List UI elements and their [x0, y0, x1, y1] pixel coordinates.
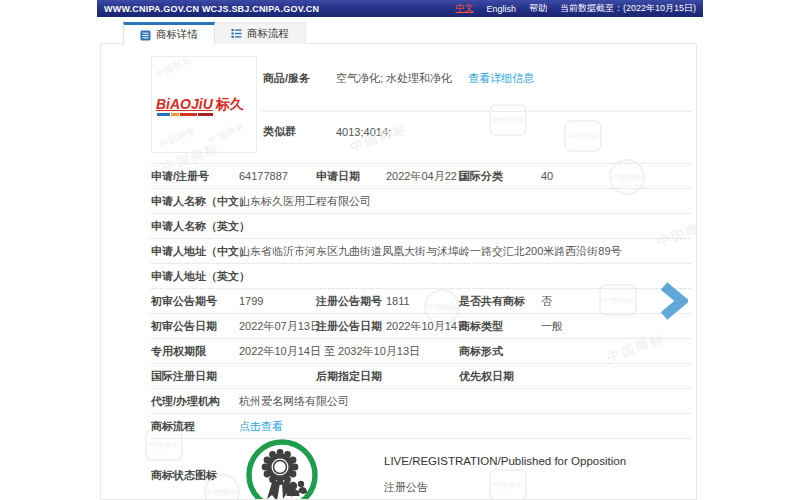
trademark-type-label: 商标类型: [459, 319, 541, 334]
table-row: 申请/注册号 64177887 申请日期 2022年04月22日 国际分类 40: [151, 164, 691, 189]
tab-trademark-detail[interactable]: 商标详情: [123, 22, 215, 45]
help-link[interactable]: 帮助: [529, 2, 547, 15]
table-row: 初审公告日期 2022年07月13日 注册公告日期 2022年10月14日 商标…: [151, 314, 691, 339]
trademark-image: 中国商标 中国商标 中国商标 BiAOJiU标久: [151, 56, 257, 153]
reg-gazette-no-label: 注册公告期号: [316, 294, 386, 309]
applicant-address-en-label: 申请人地址（英文）: [151, 269, 239, 284]
trademark-process-label: 商标流程: [151, 419, 239, 434]
agent-label: 代理/办理机构: [151, 394, 239, 409]
priority-date-label: 优先权日期: [459, 369, 541, 384]
table-row: 国际注册日期 后期指定日期 优先权日期: [151, 364, 691, 389]
document-icon: [140, 30, 151, 41]
shared-trademark-label: 是否共有商标: [459, 294, 541, 309]
status-line-cn: 注册公告: [384, 480, 626, 495]
watermark-text: 中国商标: [157, 123, 199, 152]
watermark-text: 中国商标: [206, 119, 248, 148]
data-cutoff-text: 当前数据截至：(2022年10月15日): [560, 2, 696, 15]
prelim-gazette-no-label: 初审公告期号: [151, 294, 239, 309]
table-row: 申请人名称（中文） 山东标久医用工程有限公司: [151, 189, 691, 214]
tab-label: 商标详情: [156, 28, 198, 42]
top-bar: WWW.CNIPA.GOV.CN WCJS.SBJ.CNIPA.GOV.CN 中…: [97, 0, 703, 17]
trademark-form-label: 商标形式: [459, 344, 541, 359]
trademark-summary-section: 中国商标 中国商标 中国商标 BiAOJiU标久 商品/服务 空气净化; 水处理…: [151, 56, 691, 153]
trademark-status-row: 商标状态图标: [151, 439, 691, 500]
tab-trademark-process[interactable]: 商标流程: [215, 22, 306, 44]
view-details-link[interactable]: 查看详细信息: [468, 71, 534, 111]
trademark-type-value: 一般: [541, 319, 691, 334]
table-row: 申请人地址（中文） 山东省临沂市河东区九曲街道凤凰大街与沭埠岭一路交汇北200米…: [151, 239, 691, 264]
application-date-value: 2022年04月22日: [386, 169, 459, 184]
tab-label: 商标流程: [247, 27, 289, 41]
reg-gazette-date-value: 2022年10月14日: [386, 319, 459, 334]
trademark-detail-panel: 中国商标 中国商标 中国商标 中国商标 中国商标 中国商标 中国商标 中国商标 …: [100, 43, 697, 500]
detail-rows: 申请/注册号 64177887 申请日期 2022年04月22日 国际分类 40…: [151, 163, 691, 500]
similar-group-label: 类似群: [263, 124, 336, 139]
applicant-address-cn-value: 山东省临沂市河东区九曲街道凤凰大街与沭埠岭一路交汇北200米路西沿街89号: [239, 244, 691, 259]
table-row: 申请人名称（英文）: [151, 214, 691, 239]
table-row: 商标流程 点击查看: [151, 414, 691, 439]
application-number-label: 申请/注册号: [151, 169, 239, 184]
application-date-label: 申请日期: [316, 169, 386, 184]
table-row: 申请人地址（英文）: [151, 264, 691, 289]
agent-value: 杭州爱名网络有限公司: [239, 394, 691, 409]
list-icon: [231, 28, 242, 39]
applicant-name-en-label: 申请人名称（英文）: [151, 219, 239, 234]
intl-class-value: 40: [541, 170, 691, 182]
table-row: 代理/办理机构 杭州爱名网络有限公司: [151, 389, 691, 414]
brand-logo: BiAOJiU标久: [156, 95, 244, 114]
table-row: 专用权期限 2022年10月14日 至 2032年10月13日 商标形式: [151, 339, 691, 364]
reg-gazette-no-value: 1811: [386, 295, 459, 307]
similar-group-row: 类似群 4013;4014;: [263, 112, 691, 151]
brand-tagline-strip: [157, 113, 213, 116]
intl-class-label: 国际分类: [459, 169, 541, 184]
status-line-en: LIVE/REGISTRATION/Published for Oppositi…: [384, 455, 626, 467]
applicant-address-cn-label: 申请人地址（中文）: [151, 244, 239, 259]
watermark-text: 中国商标: [153, 56, 195, 82]
applicant-name-cn-label: 申请人名称（中文）: [151, 194, 239, 209]
application-number-value: 64177887: [239, 170, 316, 182]
applicant-name-cn-value: 山东标久医用工程有限公司: [239, 194, 691, 209]
click-to-view-link[interactable]: 点击查看: [239, 419, 691, 434]
prelim-gazette-date-value: 2022年07月13日: [239, 319, 316, 334]
registration-status-badge-icon: [246, 439, 318, 500]
exclusive-term-label: 专用权期限: [151, 344, 239, 359]
goods-services-value: 空气净化; 水处理和净化: [336, 71, 452, 111]
prelim-gazette-date-label: 初审公告日期: [151, 319, 239, 334]
next-page-arrow-icon[interactable]: [660, 282, 688, 320]
brand-name-cn: 标久: [216, 96, 244, 112]
goods-services-label: 商品/服务: [263, 71, 336, 111]
prelim-gazette-no-value: 1799: [239, 295, 316, 307]
status-icon-label: 商标状态图标: [151, 468, 239, 483]
reg-gazette-date-label: 注册公告日期: [316, 319, 386, 334]
tab-bar: 商标详情 商标流程: [123, 22, 306, 44]
exclusive-term-value: 2022年10月14日 至 2032年10月13日: [239, 344, 459, 359]
site-urls: WWW.CNIPA.GOV.CN WCJS.SBJ.CNIPA.GOV.CN: [104, 4, 319, 14]
brand-name-en: BiAOJiU: [156, 96, 213, 112]
similar-group-value: 4013;4014;: [336, 126, 391, 138]
goods-services-row: 商品/服务 空气净化; 水处理和净化 查看详细信息: [263, 56, 691, 112]
lang-english-link[interactable]: English: [486, 4, 516, 14]
table-row: 初审公告期号 1799 注册公告期号 1811 是否共有商标 否: [151, 289, 691, 314]
later-designation-date-label: 后期指定日期: [316, 369, 386, 384]
intl-reg-date-label: 国际注册日期: [151, 369, 239, 384]
lang-chinese-link[interactable]: 中文: [455, 2, 473, 15]
